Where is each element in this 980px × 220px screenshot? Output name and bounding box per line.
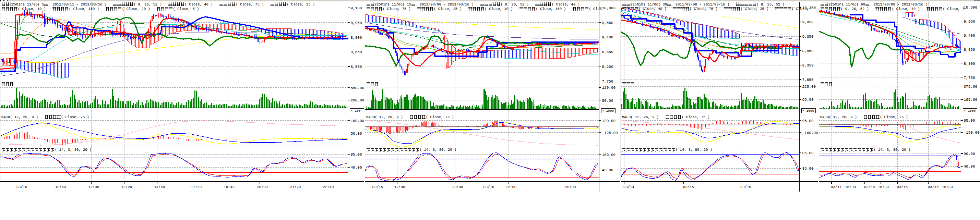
svg-text:9,950: 9,950 [964, 19, 975, 24]
svg-text:95.00: 95.00 [802, 119, 814, 123]
svg-text:( Close, 75 ): ( Close, 75 ) [682, 115, 710, 119]
svg-text:16:30: 16:30 [942, 185, 953, 189]
svg-text:20:00: 20:00 [565, 185, 576, 189]
svg-text:( Close,: ( Close, [791, 7, 808, 11]
svg-text:225mini 11/06( 60: 225mini 11/06( 60 [829, 2, 865, 6]
svg-text:( Close, 10 ): ( Close, 10 ) [18, 7, 46, 11]
svg-text:03/11: 03/11 [831, 185, 842, 189]
svg-text:( 9, 26, 52 ): ( 9, 26, 52 ) [501, 2, 529, 6]
svg-text:× 1000: × 1000 [964, 109, 976, 113]
svg-text:45.00: 45.00 [602, 168, 613, 173]
svg-text:-190.00: -190.00 [964, 131, 980, 135]
svg-text:12:00: 12:00 [88, 185, 99, 189]
svg-text:03/16: 03/16 [928, 185, 939, 189]
svg-text:03/15: 03/15 [372, 185, 383, 189]
svg-text:8,200: 8,200 [602, 65, 613, 69]
svg-text:95.00: 95.00 [802, 98, 814, 102]
svg-text:22:40: 22:40 [323, 185, 334, 189]
svg-text:MACD( 12, 26, 9 ): MACD( 12, 26, 9 ) [622, 115, 659, 119]
svg-text:( Close, 75 ): ( Close, 75 ) [426, 115, 454, 119]
svg-text:03/15: 03/15 [683, 185, 694, 189]
svg-text:× 1000: × 1000 [602, 109, 614, 113]
svg-text:200.00: 200.00 [351, 98, 364, 103]
svg-text:( 9, 26, 52 ): ( 9, 26, 52 ) [756, 2, 784, 6]
svg-text:8,500: 8,500 [351, 65, 362, 69]
svg-text:225.00: 225.00 [802, 85, 816, 89]
svg-text:225mini 11/06( 5: 225mini 11/06( 5 [10, 2, 44, 6]
svg-text:17:20: 17:20 [191, 185, 202, 189]
svg-text:120.00: 120.00 [602, 119, 616, 123]
svg-text:90.00: 90.00 [964, 152, 975, 156]
svg-text:( Close, 75 ): ( Close, 75 ) [61, 115, 89, 119]
svg-text:12:00: 12:00 [395, 185, 405, 189]
svg-text:7,750: 7,750 [964, 76, 975, 80]
svg-text:120.00: 120.00 [602, 85, 616, 90]
svg-text:12:00: 12:00 [506, 185, 517, 189]
svg-text:MACD( 12, 26, 9 ): MACD( 12, 26, 9 ) [2, 115, 38, 119]
svg-text:10,500: 10,500 [964, 5, 978, 9]
svg-text:9,850: 9,850 [802, 20, 814, 24]
svg-text:( 14, 3, 80, 20 ): ( 14, 3, 80, 20 ) [420, 148, 457, 152]
svg-text:375.00: 375.00 [964, 85, 978, 89]
svg-text:7,750: 7,750 [602, 79, 613, 84]
svg-text:( Close, 20 ): ( Close, 20 ) [122, 7, 150, 11]
svg-text:× 1000: × 1000 [802, 109, 815, 113]
svg-text:( 14, 3, 80, 20 ): ( 14, 3, 80, 20 ) [55, 148, 92, 152]
svg-text:, 2011/03/08 - 2011/03/16 ): , 2011/03/08 - 2011/03/16 ) [415, 2, 474, 6]
svg-text:( Close, 5 ): ( Close, 5 ) [173, 7, 199, 11]
svg-text:50.00: 50.00 [351, 131, 362, 136]
svg-text:03/15: 03/15 [897, 185, 908, 189]
svg-text:95.00: 95.00 [964, 119, 975, 123]
svg-text:-125.00: -125.00 [602, 131, 618, 135]
svg-text:03/16: 03/16 [740, 185, 751, 189]
svg-text:8,950: 8,950 [351, 21, 362, 25]
svg-text:03/16: 03/16 [16, 185, 27, 189]
svg-text:225mini 11/06( 30: 225mini 11/06( 30 [630, 2, 667, 6]
svg-text:, 2011/03/11 - 2011/03/16 ): , 2011/03/11 - 2011/03/16 ) [48, 2, 107, 6]
svg-text:-160.00: -160.00 [802, 131, 818, 135]
svg-text:( Close, 25 ): ( Close, 25 ) [434, 7, 462, 11]
svg-text:95.00: 95.00 [351, 152, 362, 157]
svg-text:10:40: 10:40 [55, 185, 66, 189]
svg-text:8,850: 8,850 [802, 49, 814, 53]
svg-text:8,800: 8,800 [351, 36, 362, 40]
svg-text:MACD( 12, 26, 9 ): MACD( 12, 26, 9 ) [366, 115, 403, 119]
svg-text:, 2011/03/08 - 2011/03/16 ): , 2011/03/08 - 2011/03/16 ) [869, 2, 928, 6]
svg-text:( Close, 75 ): ( Close, 75 ) [690, 7, 718, 11]
svg-text:( Close, 75 ): ( Close, 75 ) [880, 115, 908, 119]
svg-text:8,850: 8,850 [964, 47, 975, 52]
svg-text:35.00: 35.00 [802, 166, 814, 171]
svg-text:16:30: 16:30 [878, 185, 889, 189]
svg-text:13:20: 13:20 [121, 185, 132, 189]
svg-text:550.00: 550.00 [351, 86, 364, 90]
svg-text:03/16: 03/16 [484, 185, 495, 189]
svg-text:( Close, 25 ): ( Close, 25 ) [741, 7, 769, 11]
svg-text:× 100: × 100 [351, 109, 361, 113]
svg-text:( Close, 75 ): ( Close, 75 ) [383, 7, 411, 11]
svg-text:16:30: 16:30 [845, 185, 856, 189]
svg-text:03/14: 03/14 [624, 185, 634, 189]
svg-text:225mini 11/06( 15: 225mini 11/06( 15 [374, 2, 411, 6]
svg-text:10,000: 10,000 [602, 6, 616, 10]
svg-text:( Clos: ( Clos [589, 7, 602, 11]
svg-text:( 14, 3, 80, 20 ): ( 14, 3, 80, 20 ) [874, 148, 910, 152]
svg-text:( Close, 40 ): ( Close, 40 ) [552, 2, 580, 6]
svg-text:160.00: 160.00 [351, 119, 364, 123]
svg-text:7,850: 7,850 [802, 78, 814, 82]
svg-text:40.00: 40.00 [964, 165, 975, 169]
svg-text:21:20: 21:20 [290, 185, 301, 189]
svg-text:14:40: 14:40 [154, 185, 165, 189]
svg-text:( Close, 40 ): ( Close, 40 ) [185, 2, 213, 6]
svg-text:9,400: 9,400 [964, 33, 975, 38]
svg-text:165.00: 165.00 [964, 98, 978, 102]
svg-text:, 2011/03/08 - 2011/03/16 ): , 2011/03/08 - 2011/03/16 ) [671, 2, 729, 6]
svg-text:20:00: 20:00 [452, 185, 463, 189]
svg-text:100.00: 100.00 [602, 153, 616, 157]
svg-text:( Close, 10 ): ( Close, 10 ) [485, 7, 513, 11]
svg-text:03/14: 03/14 [864, 185, 875, 189]
svg-text:9,550: 9,550 [602, 21, 613, 25]
svg-text:( 9, 26, 52 ): ( 9, 26, 52 ) [841, 7, 869, 11]
svg-text:( Close, 150 ): ( Close, 150 ) [536, 7, 566, 11]
svg-text:8,650: 8,650 [351, 50, 362, 54]
svg-text:( 9, 26, 52 ): ( 9, 26, 52 ) [134, 2, 162, 6]
